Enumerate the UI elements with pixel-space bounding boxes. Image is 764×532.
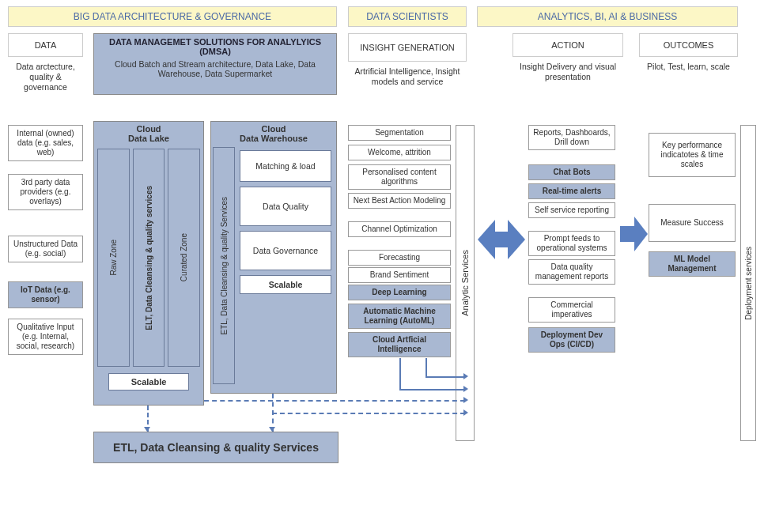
col-title-insight: INSIGHT GENERATION — [348, 33, 467, 62]
col-title-outcomes: OUTCOMES — [639, 33, 738, 57]
action-prompt: Prompt feeds to operational systems — [528, 231, 615, 256]
action-reports: Reports, Dashboards, Drill down — [528, 125, 615, 150]
deployment-services-rail: Deployment services — [740, 125, 756, 441]
action-alerts: Real-time alerts — [528, 183, 615, 199]
col-sub-data: Data arctecture, quality & governance — [8, 62, 83, 92]
cdw-governance: Data Governance — [240, 231, 331, 270]
cdw-matching: Matching & load — [240, 150, 331, 182]
cdl-elt: ELT, Data Cleansing & quality services — [145, 186, 153, 330]
data-source-thirdparty: 3rd party data providers (e.g. overlays) — [8, 174, 83, 210]
connector — [204, 400, 465, 402]
connector — [399, 389, 465, 391]
cdl-scalable: Scalable — [108, 373, 189, 391]
header-band-bigdata: BIG DATA ARCHITECTURE & GOVERNANCE — [8, 6, 337, 27]
cdw-etl: ETL, Data Cleansing & quality Services — [220, 197, 229, 335]
col-sub-insight: Artrificial Intelligence, Insight models… — [348, 66, 467, 87]
action-commercial: Commercial imperatives — [528, 297, 615, 323]
col-title-dmsa: DATA MANAGEMET SOLUTIONS FOR ANALYLYICS(… — [93, 33, 337, 95]
insight-deeplearning: Deep Learning — [348, 285, 451, 300]
insight-forecasting: Forecasting — [348, 250, 451, 266]
action-chatbots: Chat Bots — [528, 164, 615, 180]
cdl-curated: Curated Zone — [180, 233, 188, 281]
data-source-internal: Internal (owned) data (e.g. sales, web) — [8, 125, 83, 161]
svg-marker-0 — [478, 220, 525, 259]
header-band-analytics: ANALYTICS, BI, AI & BUSINESS — [477, 6, 738, 27]
col-title-data: DATA — [8, 33, 83, 57]
connector — [425, 358, 427, 377]
cdw-quality: Data Quality — [240, 187, 331, 226]
dmsa-title: DATA MANAGEMET SOLUTIONS FOR ANALYLYICS(… — [102, 37, 328, 56]
insight-personalised: Personalised content algorithms — [348, 164, 451, 190]
data-source-unstructured: Unstructured Data (e.g. social) — [8, 236, 83, 262]
dmsa-subtitle: Cloud Batch and Stream architecture, Dat… — [102, 59, 328, 78]
insight-sentiment: Brand Sentiment — [348, 267, 451, 283]
col-sub-outcomes: Pilot, Test, learn, scale — [639, 62, 738, 72]
connector — [399, 358, 401, 390]
arrowhead-icon — [463, 409, 468, 416]
action-dqreports: Data quality management reports — [528, 259, 615, 285]
architecture-diagram: BIG DATA ARCHITECTURE & GOVERNANCE DATA … — [6, 6, 758, 526]
arrowhead-icon — [463, 386, 468, 392]
arrowhead-icon — [463, 373, 468, 379]
analytic-services: Analytic Services — [456, 125, 475, 441]
cdw-title: CloudData Warehouse — [211, 122, 336, 145]
col-title-action: ACTION — [512, 33, 623, 57]
connector — [272, 413, 465, 414]
data-source-qualitative: Qualitative Input (e.g. Internal, social… — [8, 319, 83, 355]
arrowhead-icon — [144, 427, 150, 432]
insight-welcome: Welcome, attrition — [348, 145, 451, 160]
action-devops: Deployment Dev Ops (CI/CD) — [528, 327, 615, 353]
arrowhead-icon — [269, 427, 275, 432]
action-selfservice: Self service reporting — [528, 202, 615, 218]
insight-automl: Automatic Machine Learning (AutoML) — [348, 304, 451, 329]
insight-cloudai: Cloud Artficial Intelligence — [348, 332, 451, 357]
header-band-scientists: DATA SCIENTISTS — [348, 6, 467, 27]
insight-nba: Next Best Action Modeling — [348, 193, 451, 209]
cdl-title: CloudData Lake — [94, 122, 203, 145]
svg-marker-1 — [620, 217, 648, 251]
etl-services-bar: ETL, Data Cleansing & quality Services — [93, 432, 339, 463]
cloud-data-warehouse: CloudData Warehouse ETL, Data Cleansing … — [210, 121, 337, 394]
col-sub-action: Insight Delivery and visual presentation — [512, 62, 623, 82]
outcome-kpi: Key performance indicatotes & time scale… — [649, 133, 736, 177]
cdl-raw-zone: Raw Zone — [109, 240, 118, 276]
outcome-measure: Measure Success — [649, 204, 736, 242]
arrow-right-icon — [620, 214, 648, 254]
insight-channel: Channel Optimization — [348, 221, 451, 237]
bidirectional-arrow-icon — [478, 212, 525, 267]
data-source-iot: IoT Data (e.g. sensor) — [8, 281, 83, 308]
cloud-data-lake: CloudData Lake Raw Zone ELT, Data Cleans… — [93, 121, 204, 406]
connector — [425, 376, 465, 378]
insight-segmentation: Segmentation — [348, 125, 451, 141]
outcome-mlmodel: ML Model Management — [649, 251, 736, 277]
cdw-scalable: Scalable — [240, 275, 331, 294]
arrowhead-icon — [463, 397, 468, 403]
